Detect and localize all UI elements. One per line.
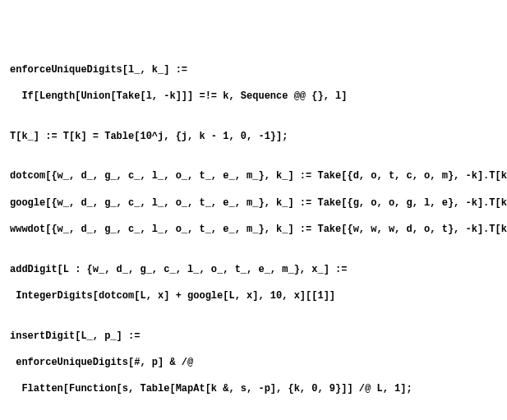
code-line-10: addDigit[L : {w_, d_, g_, c_, l_, o_, t_… [10, 263, 497, 276]
code-line-04: T[k_] := T[k] = Table[10^j, {j, k - 1, 0… [10, 130, 497, 143]
code-line-01: enforceUniqueDigits[l_, k_] := [10, 63, 497, 76]
code-line-08: wwwdot[{w_, d_, g_, c_, l_, o_, t_, e_, … [10, 223, 497, 236]
code-line-14: enforceUniqueDigits[#, p] & /@ [10, 356, 497, 369]
code-line-02: If[Length[Union[Take[l, -k]]] =!= k, Seq… [10, 90, 497, 103]
code-line-13: insertDigit[L_, p_] := [10, 330, 497, 343]
code-line-06: dotcom[{w_, d_, g_, c_, l_, o_, t_, e_, … [10, 169, 497, 182]
code-line-15: Flatten[Function[s, Table[MapAt[k &, s, … [10, 382, 497, 395]
code-line-07: google[{w_, d_, g_, c_, l_, o_, t_, e_, … [10, 196, 497, 210]
code-line-11: IntegerDigits[dotcom[L, x] + google[L, x… [10, 289, 497, 302]
